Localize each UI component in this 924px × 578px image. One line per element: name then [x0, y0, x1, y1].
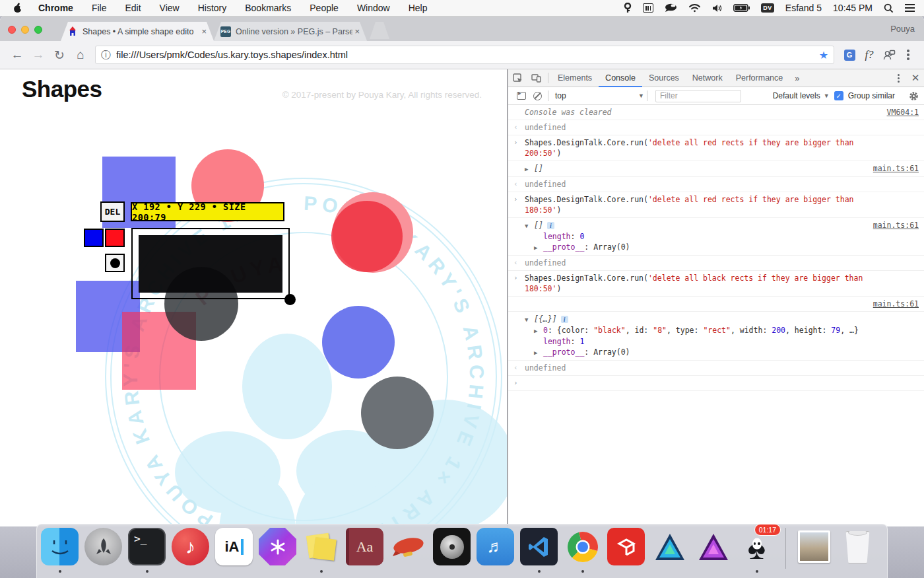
- value-info-icon[interactable]: i: [547, 222, 554, 229]
- dock-affinity-photo[interactable]: [694, 528, 732, 565]
- dock-gem-app[interactable]: [259, 528, 296, 565]
- forward-icon[interactable]: →: [28, 48, 49, 62]
- back-icon[interactable]: ←: [7, 48, 28, 62]
- inspect-element-icon[interactable]: [508, 73, 527, 83]
- dock-itunes[interactable]: ♪: [172, 528, 209, 565]
- console-sidebar-icon[interactable]: [513, 92, 529, 100]
- chat-cloud-icon[interactable]: [665, 3, 677, 13]
- selected-black-rect[interactable]: [139, 235, 282, 293]
- source-link[interactable]: main.ts:61: [867, 299, 919, 309]
- translate-extension-icon[interactable]: G: [840, 50, 859, 61]
- spotlight-icon[interactable]: [884, 3, 894, 13]
- dock-affinity-designer[interactable]: [651, 528, 688, 565]
- menubar-clock[interactable]: 10:45 PM: [833, 3, 873, 13]
- devtools-close-icon[interactable]: ✕: [907, 72, 924, 84]
- menu-people[interactable]: People: [300, 0, 348, 17]
- page-info-icon[interactable]: ⓘ: [101, 49, 111, 61]
- resize-handle[interactable]: [284, 294, 296, 305]
- blue-swatch[interactable]: [84, 229, 104, 247]
- dock-terminal[interactable]: >_: [128, 528, 166, 565]
- expand-triangle-icon[interactable]: ▶: [534, 347, 540, 358]
- dock-trash[interactable]: [839, 528, 876, 565]
- dock-stickies[interactable]: [302, 528, 340, 565]
- chrome-menu-icon[interactable]: [899, 50, 917, 60]
- expand-triangle-icon[interactable]: ▶: [534, 326, 540, 336]
- bookmark-star-icon[interactable]: ★: [819, 49, 828, 61]
- canvas-shape-red-circle[interactable]: [331, 201, 403, 272]
- more-tabs-icon[interactable]: »: [789, 73, 805, 83]
- menubar-date[interactable]: Esfand 5: [785, 3, 822, 13]
- tab-pegjs[interactable]: PEG Online version » PEG.js – Parse ×: [214, 22, 367, 41]
- log-levels-select[interactable]: Default levels▼: [773, 91, 830, 100]
- delete-button[interactable]: DEL: [100, 201, 125, 222]
- menu-file[interactable]: File: [82, 0, 116, 17]
- notification-center-icon[interactable]: [905, 4, 915, 11]
- key-status-icon[interactable]: [624, 3, 632, 13]
- dv-status-icon[interactable]: DV: [761, 3, 774, 13]
- home-icon[interactable]: ⌂: [70, 48, 91, 62]
- dock-logic-pro[interactable]: [433, 528, 471, 565]
- volume-icon[interactable]: [712, 4, 722, 13]
- address-bar[interactable]: ⓘ file:///Users/pmk/Codes/us.kary.toys.s…: [95, 46, 834, 64]
- expand-triangle-icon[interactable]: ▶: [525, 164, 531, 174]
- device-toolbar-icon[interactable]: [527, 73, 545, 83]
- dock-vscode[interactable]: [520, 528, 558, 565]
- devtools-tab-network[interactable]: Network: [686, 69, 729, 87]
- dock-chrome[interactable]: [564, 528, 601, 565]
- collapse-triangle-icon[interactable]: ▼: [525, 221, 531, 231]
- battery-icon[interactable]: [733, 4, 750, 12]
- source-link[interactable]: main.ts:61: [867, 220, 919, 231]
- red-swatch[interactable]: [105, 229, 125, 247]
- keyboard-layout-icon[interactable]: [643, 3, 653, 13]
- fontquery-extension-icon[interactable]: f?: [859, 48, 879, 61]
- feedback-extension-icon[interactable]: [879, 50, 899, 60]
- canvas-shape-gray-circle[interactable]: [361, 377, 434, 449]
- tab-close-icon[interactable]: ×: [352, 26, 362, 36]
- clear-console-icon[interactable]: [529, 92, 545, 100]
- profile-name[interactable]: Pouya: [890, 24, 915, 34]
- url-text[interactable]: file:///Users/pmk/Codes/us.kary.toys.sha…: [116, 50, 819, 60]
- console-filter-input[interactable]: [655, 90, 741, 102]
- menu-edit[interactable]: Edit: [116, 0, 150, 17]
- circle-tool-swatch[interactable]: [105, 254, 125, 272]
- wifi-icon[interactable]: [688, 3, 701, 13]
- dock-launchpad[interactable]: [84, 528, 122, 565]
- devtools-tab-console[interactable]: Console: [599, 69, 642, 87]
- menu-app-name[interactable]: Chrome: [29, 0, 82, 17]
- execution-context-select[interactable]: top▼: [555, 91, 644, 100]
- dock-ia-writer[interactable]: iA: [215, 528, 253, 565]
- zoom-window-button[interactable]: [34, 26, 42, 34]
- devtools-tab-sources[interactable]: Sources: [642, 69, 686, 87]
- devtools-menu-icon[interactable]: [890, 74, 907, 83]
- menu-help[interactable]: Help: [399, 0, 437, 17]
- tab-close-icon[interactable]: ×: [199, 26, 209, 36]
- console-line: ▼[{…}]i: [513, 314, 919, 325]
- apple-menu-icon[interactable]: [0, 3, 29, 13]
- value-info-icon[interactable]: i: [561, 316, 568, 323]
- collapse-triangle-icon[interactable]: ▼: [525, 314, 531, 325]
- canvas-shape-blue_solid-circle[interactable]: [322, 306, 395, 379]
- dock-dictionary[interactable]: Aa: [346, 528, 383, 565]
- dock-sketchup[interactable]: [607, 528, 645, 565]
- minimize-window-button[interactable]: [21, 26, 29, 34]
- dock-zeplin[interactable]: [389, 528, 427, 565]
- close-window-button[interactable]: [8, 26, 16, 34]
- dock-trumpet-app[interactable]: ♬: [477, 528, 514, 565]
- new-tab-button[interactable]: [370, 22, 389, 39]
- tab-shapes[interactable]: Shapes • A simple shape edito ×: [61, 22, 214, 41]
- menu-bookmarks[interactable]: Bookmarks: [236, 0, 300, 17]
- menu-history[interactable]: History: [189, 0, 236, 17]
- devtools-tab-elements[interactable]: Elements: [551, 69, 599, 87]
- dock-finder[interactable]: [41, 528, 79, 565]
- menu-window[interactable]: Window: [348, 0, 399, 17]
- source-link[interactable]: main.ts:61: [867, 163, 919, 174]
- devtools-tab-performance[interactable]: Performance: [729, 69, 790, 87]
- dock-spade-timer[interactable]: ♠ 01:17: [738, 528, 776, 565]
- dock-downloads-stack[interactable]: [795, 528, 833, 565]
- reload-icon[interactable]: ↻: [49, 48, 70, 63]
- group-similar-checkbox[interactable]: ✓: [834, 91, 843, 100]
- console-settings-gear-icon[interactable]: [909, 91, 919, 101]
- expand-triangle-icon[interactable]: ▶: [534, 242, 540, 253]
- source-link[interactable]: VM604:1: [880, 107, 919, 118]
- menu-view[interactable]: View: [150, 0, 189, 17]
